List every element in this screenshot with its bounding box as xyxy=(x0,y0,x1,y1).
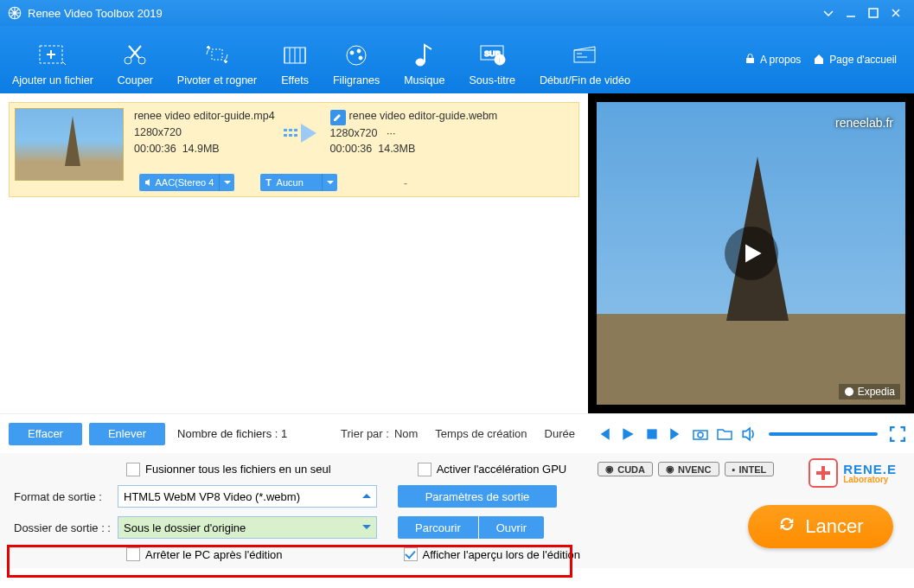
output-format-dropdown[interactable]: HTML5 WebM VP8 Video (*.webm) xyxy=(118,485,377,508)
toolbar-label: Ajouter un fichier xyxy=(12,74,93,86)
svg-rect-16 xyxy=(574,50,595,62)
output-panel: Fusionner tous les fichiers en un seul A… xyxy=(0,453,914,568)
cuda-badge: ◉ CUDA xyxy=(598,462,653,476)
fullscreen-icon[interactable] xyxy=(890,426,905,442)
refresh-icon xyxy=(777,514,796,539)
chevron-down-icon[interactable] xyxy=(219,174,234,191)
file-list-pane: renee video editor-guide.mp4 1280x720 00… xyxy=(0,93,588,413)
svg-point-3 xyxy=(125,57,131,64)
volume-slider[interactable] xyxy=(769,432,878,436)
music-button[interactable]: Musique xyxy=(392,26,457,93)
window-options-icon[interactable] xyxy=(817,4,840,22)
svg-point-10 xyxy=(359,56,362,60)
add-file-icon xyxy=(38,38,67,71)
thumbnail xyxy=(15,108,124,181)
svg-rect-5 xyxy=(212,49,222,60)
next-icon[interactable] xyxy=(668,426,684,442)
play-overlay-icon[interactable] xyxy=(725,227,778,280)
folder-icon[interactable] xyxy=(717,426,732,442)
launch-button[interactable]: Lancer xyxy=(748,505,893,548)
list-controls-row: Effacer Enlever Nombre de fichiers : 1 T… xyxy=(0,413,914,453)
sort-by-label: Trier par : xyxy=(341,427,389,440)
more-icon[interactable]: ··· xyxy=(387,127,395,139)
subtitle-track-dropdown[interactable]: T Aucun xyxy=(260,174,337,191)
watermark-button[interactable]: Filigranes xyxy=(321,26,392,93)
sort-name[interactable]: Nom xyxy=(394,427,418,440)
intel-badge: ▪ INTEL xyxy=(725,462,775,476)
subtitle-button[interactable]: SUBT Sous-titre xyxy=(457,26,527,93)
svg-point-24 xyxy=(845,387,853,396)
cut-button[interactable]: Couper xyxy=(105,26,165,93)
svg-point-9 xyxy=(357,49,361,53)
chevron-down-icon[interactable] xyxy=(322,174,337,191)
svg-rect-25 xyxy=(647,429,656,438)
sort-duration[interactable]: Durée xyxy=(545,427,575,440)
svg-rect-1 xyxy=(869,9,878,17)
toolbar-label: Effets xyxy=(281,74,309,86)
chevron-down-icon xyxy=(362,521,371,534)
merge-checkbox[interactable]: Fusionner tous les fichiers en un seul xyxy=(126,463,331,476)
toolbar-label: Couper xyxy=(118,74,153,86)
sort-time[interactable]: Temps de création xyxy=(435,427,527,440)
source-meta: renee video editor-guide.mp4 1280x720 00… xyxy=(134,108,275,157)
effects-button[interactable]: Effets xyxy=(269,26,321,93)
toolbar-label: Musique xyxy=(404,74,444,86)
toolbar-label: Début/Fin de vidéo xyxy=(540,74,630,86)
intro-outro-button[interactable]: Début/Fin de vidéo xyxy=(527,26,642,93)
play-icon[interactable] xyxy=(620,426,636,442)
add-file-button[interactable]: Ajouter un fichier xyxy=(0,26,105,93)
brand-logo: RENE.ELaboratory xyxy=(809,458,897,488)
subtitle-icon: SUBT xyxy=(478,38,506,71)
shutdown-checkbox[interactable]: Arrêter le PC après l'édition xyxy=(126,547,283,561)
stop-icon[interactable] xyxy=(644,426,660,442)
about-link[interactable]: A propos xyxy=(745,53,801,67)
svg-rect-22 xyxy=(289,134,292,137)
toolbar-label: Filigranes xyxy=(333,74,380,86)
output-folder-label: Dossier de sortie : : xyxy=(14,521,118,534)
edit-icon[interactable] xyxy=(330,110,346,125)
file-count: Nombre de fichiers : 1 xyxy=(177,427,287,440)
output-params-button[interactable]: Paramètres de sortie xyxy=(398,485,557,508)
svg-rect-18 xyxy=(284,129,287,131)
home-icon xyxy=(813,53,825,67)
svg-rect-23 xyxy=(294,134,297,137)
source-resolution: 1280x720 xyxy=(134,125,275,141)
nvenc-badge: ◉ NVENC xyxy=(658,462,719,476)
prev-icon[interactable] xyxy=(596,426,611,442)
maximize-icon[interactable] xyxy=(862,4,885,22)
rotate-icon xyxy=(203,38,231,71)
close-icon[interactable] xyxy=(885,4,907,22)
main-toolbar: Ajouter un fichier Couper Pivoter et rog… xyxy=(0,26,914,93)
snapshot-icon[interactable] xyxy=(693,426,708,442)
gpu-checkbox[interactable]: Activer l'accélération GPU xyxy=(418,463,567,476)
progress-dash: - xyxy=(404,177,407,189)
minimize-icon[interactable] xyxy=(840,4,862,22)
source-filename: renee video editor-guide.mp4 xyxy=(134,108,275,125)
browse-button[interactable]: Parcourir xyxy=(398,516,478,539)
svg-text:T: T xyxy=(497,56,502,65)
home-link[interactable]: Page d'accueil xyxy=(813,53,897,67)
svg-rect-17 xyxy=(746,58,754,63)
preview-watermark: reneelab.fr xyxy=(835,116,893,130)
video-preview[interactable]: reneelab.fr Expedia xyxy=(597,102,905,405)
output-format-label: Format de sortie : xyxy=(14,490,118,503)
show-preview-checkbox[interactable]: Afficher l'aperçu lors de l'édition xyxy=(404,547,581,561)
svg-rect-21 xyxy=(284,134,287,137)
rotate-crop-button[interactable]: Pivoter et rogner xyxy=(165,26,269,93)
media-item[interactable]: renee video editor-guide.mp4 1280x720 00… xyxy=(9,102,579,197)
volume-icon[interactable] xyxy=(741,426,757,442)
output-folder-dropdown[interactable]: Sous le dossier d'origine xyxy=(118,516,377,539)
clear-button[interactable]: Effacer xyxy=(9,423,82,445)
svg-point-27 xyxy=(698,432,703,438)
lock-icon xyxy=(745,53,756,67)
svg-point-4 xyxy=(138,57,145,64)
svg-rect-20 xyxy=(294,129,297,131)
main-area: renee video editor-guide.mp4 1280x720 00… xyxy=(0,93,914,413)
clapper-icon xyxy=(572,38,598,71)
app-title: Renee Video Toolbox 2019 xyxy=(28,7,163,20)
audio-track-dropdown[interactable]: AAC(Stereo 4 xyxy=(139,174,234,191)
chevron-up-icon xyxy=(362,490,371,503)
open-button[interactable]: Ouvrir xyxy=(479,516,544,539)
dest-filename: renee video editor-guide.webm xyxy=(349,110,498,122)
remove-button[interactable]: Enlever xyxy=(89,423,165,445)
